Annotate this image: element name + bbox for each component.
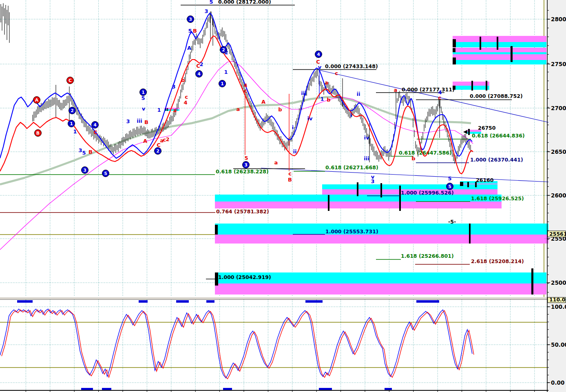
band-tick	[453, 58, 456, 64]
wave-label: 1	[224, 69, 228, 75]
band-tick	[215, 272, 218, 286]
wave-label: 3	[126, 118, 130, 124]
fib-label: 1.618 (25266.801)	[401, 253, 454, 259]
wave-circle-label: B	[36, 131, 40, 136]
band-tick	[460, 182, 463, 186]
wave-circle-label: A	[35, 97, 39, 103]
wave-label: B	[288, 177, 292, 183]
band-tick	[469, 224, 471, 244]
price-axis-label: 27000.	[551, 105, 566, 111]
band-tick	[471, 81, 473, 91]
wave-label: A	[261, 99, 265, 105]
wave-label: iii	[137, 118, 142, 124]
wave-label: c	[288, 171, 292, 177]
band-tick	[380, 183, 382, 197]
wave-label: i	[292, 124, 294, 131]
wave-circle-label: 2	[222, 47, 225, 53]
wave-label: A	[187, 45, 191, 51]
mob-band	[453, 48, 546, 52]
wave-label: c	[244, 88, 247, 94]
mob-band	[322, 184, 497, 189]
band-tick	[215, 225, 218, 235]
wave-circle-label: 1	[142, 90, 145, 95]
wave-circle-label: C	[69, 78, 72, 83]
wave-label: 2	[166, 136, 169, 142]
wave-label: b	[411, 155, 415, 162]
wave-label: i	[350, 112, 352, 118]
wave-label: iv	[307, 115, 313, 122]
wave-label: a	[237, 106, 240, 112]
wave-circle-label: 2	[156, 148, 159, 154]
fib-label: 1.000 (25996.526)	[401, 190, 454, 196]
band-tick	[511, 46, 513, 62]
wave-label: c	[185, 94, 188, 100]
fib-label: 2.618 (25208.214)	[471, 258, 524, 264]
wave-circle-label: 4	[93, 122, 97, 128]
wave-label: b	[327, 97, 330, 103]
wave-label: 3	[172, 84, 175, 90]
fib-label: 0.618 (26447.586)	[399, 150, 452, 156]
wave-label: B	[193, 28, 197, 34]
wave-label: iv	[364, 135, 369, 141]
fib-label: 0.000 (28172.000)	[218, 0, 271, 5]
band-tick	[468, 129, 470, 135]
band-tick	[453, 39, 456, 47]
mob-band	[453, 36, 546, 42]
wave-label: 5	[244, 155, 248, 161]
overbought-signal-bar	[416, 300, 439, 303]
panel-divider	[0, 297, 547, 300]
wave-circle-label: 3	[244, 162, 248, 168]
time-axis-line	[0, 390, 548, 391]
band-tick	[328, 195, 329, 211]
fib-label: 0.000 (27433.148)	[325, 63, 378, 69]
fib-label: 1.000 (25553.731)	[325, 228, 378, 235]
wave-label: a	[325, 80, 329, 86]
price-axis-label: 26000.	[551, 192, 566, 199]
fib-label: 1.000 (25042.919)	[218, 274, 271, 280]
mob-band	[453, 42, 546, 47]
wave-label: 2	[199, 61, 203, 67]
band-tick	[486, 81, 487, 91]
price-chart-canvas[interactable]: 0.000 (28172.000)0.000 (27433.148)0.000 …	[0, 0, 566, 392]
wave-label: 5	[141, 95, 145, 101]
wave-circle-label: 3	[83, 168, 86, 173]
price-axis-label: 26500.	[551, 148, 566, 155]
oscillator-axis-label: 50.00	[551, 341, 566, 348]
wave-label: c	[438, 95, 441, 101]
oscillator-axis-label: 0.00	[551, 379, 564, 386]
wave-label: 5	[448, 175, 451, 182]
wave-label: a	[394, 87, 398, 93]
wave-label: 3	[204, 8, 208, 14]
fib-label: 26160	[476, 177, 494, 183]
wave-label: a	[173, 107, 177, 113]
wave-label: 4	[184, 100, 187, 106]
wave-label: b	[181, 77, 185, 83]
wave-label: ii	[293, 148, 297, 155]
fib-label: 1.000 (26370.441)	[470, 157, 523, 163]
wave-circle-label: 5	[104, 171, 107, 176]
wave-label: c	[335, 70, 338, 76]
overbought-signal-bar	[176, 300, 189, 303]
wave-label: 1	[73, 128, 77, 135]
wave-label: C	[93, 129, 97, 135]
band-tick	[453, 48, 455, 52]
wave-label: B	[88, 149, 93, 155]
wave-circle-label: 5	[448, 184, 451, 189]
mob-band	[453, 82, 489, 86]
fib-label: 0.764 (25781.382)	[216, 208, 269, 215]
mob-band	[215, 235, 548, 244]
wave-label: 3	[78, 147, 82, 153]
wave-circle-label: 4	[317, 52, 320, 57]
wave-label: 1	[157, 107, 161, 113]
mob-band	[453, 60, 546, 64]
wave-label: 1	[320, 96, 324, 102]
charting-app-window: 0.000 (28172.000)0.000 (27433.148)0.000 …	[0, 0, 566, 392]
wave-label: v	[318, 64, 322, 70]
fib-label: 1.618 (25926.525)	[471, 195, 524, 202]
wave-label: b	[278, 106, 282, 113]
oscillator-axis-label: 100.00	[551, 303, 566, 310]
mob-band	[453, 54, 546, 60]
fib-label: -5-	[448, 219, 456, 225]
wave-circle-label: 4	[197, 71, 201, 77]
band-tick	[531, 268, 533, 295]
